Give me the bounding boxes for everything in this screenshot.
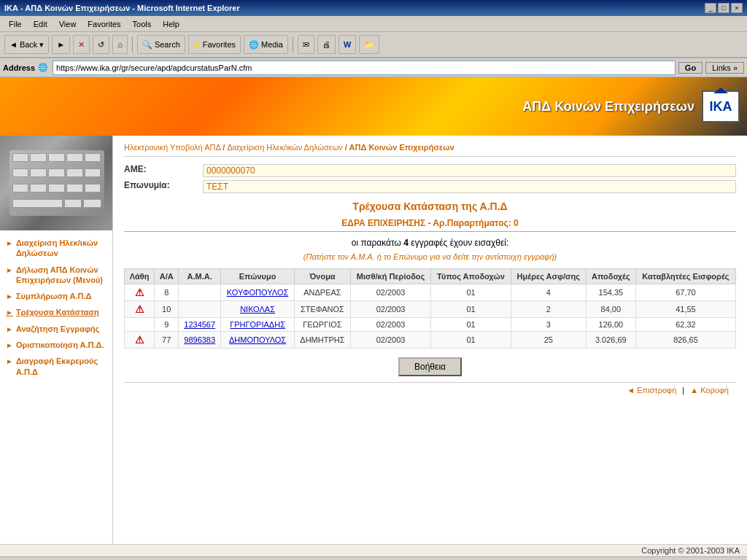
eponymo-cell[interactable]: ΓΡΗΓΟΡΙΑΔΗΣ	[221, 318, 295, 332]
col-apodoxes: Αποδοχές	[586, 269, 635, 284]
sidebar-item-fill-apd[interactable]: ► Συμπλήρωση Α.Π.Δ	[0, 288, 112, 304]
eponymo-link[interactable]: ΝΙΚΟΛΑΣ	[240, 305, 275, 314]
eponymo-cell[interactable]: ΔΗΜΟΠΟΥΛΟΣ	[221, 332, 295, 349]
sidebar-item-finalize-apd[interactable]: ► Οριστικοποίηση Α.Π.Δ.	[0, 337, 112, 353]
page-heading: Τρέχουσα Κατάσταση της Α.Π.Δ	[124, 201, 736, 212]
mail-icon: ✉	[303, 40, 309, 50]
aa-cell: 77	[155, 332, 179, 349]
menu-favorites[interactable]: Favorites	[82, 18, 126, 30]
breadcrumb-item-2[interactable]: Διαχείριση Ηλεκ/ικών Δηλώσεων	[227, 143, 342, 152]
folder-button[interactable]: 📁	[359, 35, 379, 54]
eisphores-cell: 62,32	[635, 318, 735, 332]
refresh-icon: ↺	[98, 40, 104, 50]
word-button[interactable]: W	[338, 35, 356, 54]
toolbar: ◄ Back ▾ ► ✕ ↺ ⌂ 🔍 Search ★ Favorites 🌐 …	[0, 32, 747, 58]
apodoxes-cell: 154,35	[586, 284, 635, 301]
sidebar-item-delete-apd[interactable]: ► Διαγραφή Εκκρεμούς Α.Π.Δ	[0, 353, 112, 380]
menu-bar: File Edit View Favorites Tools Help	[0, 16, 747, 32]
address-input[interactable]	[53, 61, 676, 75]
apodoxes-cell: 84,00	[586, 301, 635, 318]
col-aa: Α/Α	[155, 269, 179, 284]
apodoxes-cell: 126,00	[586, 318, 635, 332]
sidebar-item-manage-declarations[interactable]: ► Διαχείριση Ηλεκ/ικών Δηλώσεων	[0, 235, 112, 262]
home-button[interactable]: ⌂	[112, 35, 128, 54]
print-button[interactable]: 🖨	[317, 35, 336, 54]
status-bar: Done 🌐 Internet	[0, 556, 747, 560]
menu-help[interactable]: Help	[157, 18, 185, 30]
sidebar-nav: ► Διαχείριση Ηλεκ/ικών Δηλώσεων ► Δήλωση…	[0, 230, 112, 384]
typos-cell: 01	[431, 332, 511, 349]
media-icon: 🌐	[249, 40, 259, 50]
folder-icon: 📁	[364, 40, 374, 50]
star-icon: ★	[193, 40, 201, 50]
close-button[interactable]: ×	[731, 3, 743, 13]
col-eponymo: Επώνυμο	[221, 269, 295, 284]
refresh-button[interactable]: ↺	[93, 35, 109, 54]
records-count: 4	[403, 238, 409, 248]
typos-cell: 01	[431, 284, 511, 301]
mail-button[interactable]: ✉	[298, 35, 314, 54]
maximize-button[interactable]: □	[718, 3, 729, 13]
toolbar-separator-2	[293, 36, 293, 52]
copyright-text: Copyright © 2001-2003 ΙΚΑ	[641, 546, 740, 555]
ama-link[interactable]: 9896383	[184, 335, 215, 344]
ama-cell[interactable]	[179, 284, 221, 301]
ama-cell[interactable]: 9896383	[179, 332, 221, 349]
col-period: Μισθ/κή Περίοδος	[350, 269, 430, 284]
imeres-cell: 3	[511, 318, 586, 332]
top-link[interactable]: ▲ Κορυφή	[690, 386, 729, 394]
eponymo-link[interactable]: ΓΡΗΓΟΡΙΑΔΗΣ	[230, 320, 285, 329]
ama-cell[interactable]: 1234567	[179, 318, 221, 332]
forward-button[interactable]: ►	[52, 35, 70, 54]
menu-file[interactable]: File	[3, 18, 28, 30]
error-cell: ⚠	[125, 284, 155, 301]
menu-view[interactable]: View	[53, 18, 82, 30]
eisphores-cell: 826,65	[635, 332, 735, 349]
col-ama: Α.Μ.Α.	[179, 269, 221, 284]
forward-icon: ►	[57, 40, 65, 49]
arrow-icon-5: ►	[6, 324, 13, 334]
breadcrumb-item-1[interactable]: Ηλεκτρονική Υποβολή ΑΠΔ	[124, 143, 220, 152]
links-button[interactable]: Links »	[705, 62, 744, 74]
word-icon: W	[344, 40, 351, 49]
arrow-icon-4: ►	[6, 308, 13, 317]
go-button[interactable]: Go	[678, 62, 703, 74]
sidebar-item-search-record[interactable]: ► Αναζήτηση Εγγραφής	[0, 321, 112, 337]
typos-cell: 01	[431, 318, 511, 332]
help-button[interactable]: Βοήθεια	[398, 357, 462, 376]
sidebar-item-declare-apd[interactable]: ► Δήλωση ΑΠΔ Κοινών Επιχειρήσεων (Μενού)	[0, 262, 112, 289]
search-button[interactable]: 🔍 Search	[137, 35, 185, 54]
keyboard-graphic	[9, 150, 104, 216]
window-title: ΙΚΑ - ΑΠΔ Κοινών Επιχειρήσεων - Microsof…	[4, 4, 240, 12]
ama-cell[interactable]	[179, 301, 221, 318]
eponymo-cell[interactable]: ΝΙΚΟΛΑΣ	[221, 301, 295, 318]
table-row: ⚠8ΚΟΥΦΟΠΟΥΛΟΣΑΝΔΡΕΑΣ02/2003014154,3567,7…	[125, 284, 736, 301]
aa-cell: 9	[155, 318, 179, 332]
footer-separator: |	[682, 386, 684, 394]
error-cell: ⚠	[125, 301, 155, 318]
media-button[interactable]: 🌐 Media	[244, 35, 288, 54]
sidebar-item-current-status[interactable]: ► Τρέχουσα Κατάσταση	[0, 304, 112, 320]
ika-logo: ΙΚΑ	[702, 90, 740, 122]
error-cell: ⚠	[125, 332, 155, 349]
arrow-icon-7: ►	[6, 357, 13, 366]
eponymo-link[interactable]: ΚΟΥΦΟΠΟΥΛΟΣ	[227, 288, 288, 297]
back-button[interactable]: ◄ Back ▾	[4, 35, 49, 54]
stop-button[interactable]: ✕	[73, 35, 90, 54]
menu-edit[interactable]: Edit	[28, 18, 53, 30]
eponymo-link[interactable]: ΔΗΜΟΠΟΥΛΟΣ	[229, 335, 286, 344]
ama-link[interactable]: 1234567	[184, 320, 215, 329]
eponymo-cell[interactable]: ΚΟΥΦΟΠΟΥΛΟΣ	[221, 284, 295, 301]
back-link[interactable]: ◄ Επιστροφή	[627, 386, 676, 394]
minimize-button[interactable]: _	[705, 3, 716, 13]
favorites-button[interactable]: ★ Favorites	[188, 35, 241, 54]
col-imeres: Ημέρες Ασφ/σης	[511, 269, 586, 284]
ika-logo-roof	[713, 88, 728, 93]
sidebar: ► Διαχείριση Ηλεκ/ικών Δηλώσεων ► Δήλωση…	[0, 136, 113, 544]
window-controls[interactable]: _ □ ×	[705, 3, 743, 13]
period-cell: 02/2003	[350, 301, 430, 318]
table-row: ⚠779896383ΔΗΜΟΠΟΥΛΟΣΔΗΜΗΤΡΗΣ02/200301253…	[125, 332, 736, 349]
col-onoma: Όνομα	[295, 269, 351, 284]
records-suffix: εγγραφές έχουν εισαχθεί:	[409, 238, 508, 248]
menu-tools[interactable]: Tools	[127, 18, 158, 30]
